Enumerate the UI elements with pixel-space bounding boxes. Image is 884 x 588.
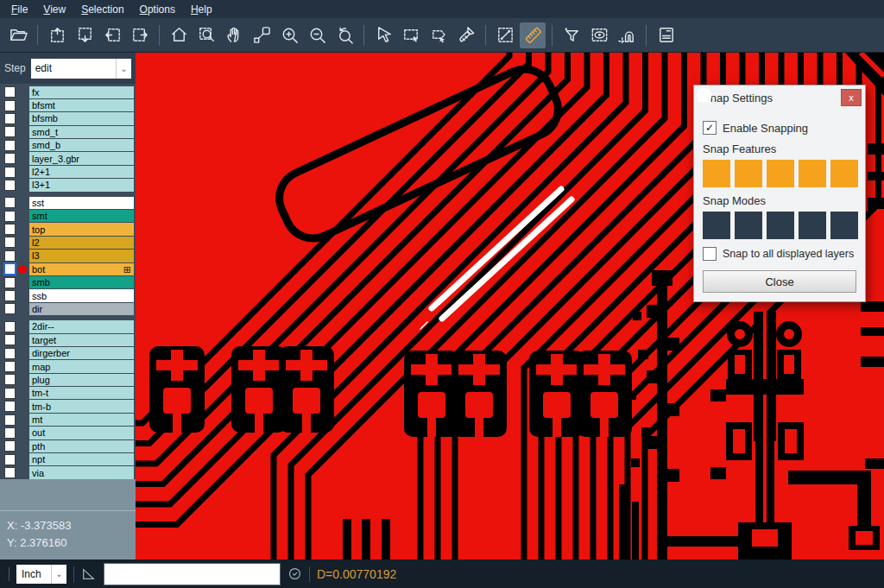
- layer-row-via[interactable]: via: [0, 466, 136, 479]
- layer-label[interactable]: l2: [29, 237, 134, 249]
- chevron-down-icon[interactable]: ⌄: [51, 565, 66, 584]
- layer-label[interactable]: smt: [29, 210, 134, 222]
- pan-up-button[interactable]: [44, 22, 70, 48]
- layer-checkbox[interactable]: [4, 250, 16, 262]
- open-file-button[interactable]: [5, 22, 31, 48]
- menu-help[interactable]: Help: [183, 2, 220, 17]
- all-layers-row[interactable]: Snap to all displayed layers: [703, 247, 856, 261]
- layer-label[interactable]: smb: [29, 276, 134, 288]
- layer-row-out[interactable]: out: [0, 427, 136, 439]
- layer-row-bot[interactable]: bot⊞: [0, 262, 136, 275]
- snap-dialog-titlebar[interactable]: Snap Settings x: [694, 85, 865, 110]
- select-pointer-button[interactable]: [370, 22, 396, 48]
- layer-checkbox[interactable]: [4, 153, 16, 164]
- layer-checkbox[interactable]: [4, 388, 16, 399]
- layer-label[interactable]: top: [29, 223, 134, 235]
- layer-label[interactable]: mt: [29, 414, 134, 426]
- layer-label[interactable]: plug: [29, 374, 134, 386]
- layer-label[interactable]: l3: [29, 250, 134, 262]
- zoom-area-button[interactable]: [249, 22, 275, 48]
- layer-checkbox[interactable]: [4, 86, 16, 98]
- properties-panel-button[interactable]: [653, 22, 679, 48]
- layer-checkbox[interactable]: [4, 277, 16, 288]
- layer-label[interactable]: layer_3.gbr: [29, 152, 134, 164]
- layer-label[interactable]: ssb: [29, 289, 134, 301]
- snap-slot-filled-button[interactable]: [767, 212, 794, 239]
- grid-icon[interactable]: ⊞: [123, 265, 131, 274]
- layer-row-npt[interactable]: npt: [0, 453, 136, 466]
- layer-row-plug[interactable]: plug: [0, 373, 136, 386]
- layer-row-pth[interactable]: pth: [0, 439, 136, 452]
- layer-row-bfsmt[interactable]: bfsmt: [0, 98, 136, 111]
- measure-points-button[interactable]: [492, 22, 518, 48]
- zoom-home-button[interactable]: [166, 22, 192, 48]
- step-combobox[interactable]: edit ⌄: [31, 59, 131, 79]
- layer-checkbox[interactable]: [4, 140, 16, 151]
- layer-label[interactable]: map: [29, 360, 134, 372]
- layer-row-target[interactable]: target: [0, 333, 136, 346]
- layer-checkbox[interactable]: [4, 348, 16, 359]
- layer-row-ssb[interactable]: ssb: [0, 289, 136, 302]
- layer-label[interactable]: bfsmt: [29, 99, 134, 111]
- layer-row-layer_3.gbr[interactable]: layer_3.gbr: [0, 152, 136, 165]
- pcb-canvas-area[interactable]: Snap Settings x ✓ Enable Snapping Snap F…: [136, 53, 884, 560]
- layer-label[interactable]: fx: [29, 86, 134, 98]
- layer-label[interactable]: via: [29, 466, 134, 478]
- layer-row-sst[interactable]: sst: [0, 196, 136, 209]
- menu-file[interactable]: File: [3, 2, 35, 17]
- layer-checkbox[interactable]: [4, 334, 16, 345]
- snap-corner-button[interactable]: [830, 212, 858, 239]
- layer-checkbox[interactable]: [4, 414, 16, 426]
- select-rectangle-button[interactable]: [398, 22, 424, 48]
- layer-label[interactable]: 2dir--: [29, 320, 134, 332]
- measure-ruler-button[interactable]: [520, 22, 546, 48]
- layer-checkbox[interactable]: [4, 303, 16, 314]
- snap-surface-button[interactable]: [767, 160, 794, 187]
- zoom-window-button[interactable]: [193, 22, 219, 48]
- layer-label[interactable]: bot⊞: [29, 263, 134, 275]
- layer-checkbox[interactable]: [4, 224, 16, 235]
- pan-hand-button[interactable]: [221, 22, 247, 48]
- layer-checkbox[interactable]: [4, 211, 16, 222]
- layer-checkbox[interactable]: [4, 197, 16, 208]
- snap-slot-outline-button[interactable]: [799, 212, 826, 239]
- menu-selection[interactable]: Selection: [73, 2, 131, 17]
- layer-checkbox[interactable]: [4, 126, 16, 137]
- layer-row-smb[interactable]: smb: [0, 275, 136, 288]
- zoom-in-button[interactable]: [276, 22, 302, 48]
- layer-label[interactable]: out: [29, 427, 134, 439]
- pan-left-button[interactable]: [99, 22, 125, 48]
- layer-row-smd_b[interactable]: smd_b: [0, 139, 136, 152]
- layer-row-tm-t[interactable]: tm-t: [0, 387, 136, 400]
- pan-down-button[interactable]: [72, 22, 98, 48]
- zoom-previous-button[interactable]: [332, 22, 357, 48]
- layer-row-smt[interactable]: smt: [0, 210, 136, 223]
- layer-checkbox[interactable]: [4, 180, 16, 191]
- snap-circle-button[interactable]: [735, 160, 762, 187]
- enable-snapping-checkbox[interactable]: ✓: [703, 121, 717, 135]
- layer-checkbox[interactable]: [4, 361, 16, 372]
- chevron-down-icon[interactable]: ⌄: [116, 59, 131, 79]
- snap-center-button[interactable]: [703, 212, 730, 239]
- layer-label[interactable]: pth: [29, 440, 134, 452]
- layer-checkbox[interactable]: [4, 454, 16, 465]
- unit-combobox[interactable]: Inch ⌄: [16, 565, 66, 584]
- close-button[interactable]: Close: [703, 270, 856, 293]
- snap-line-button[interactable]: [703, 160, 730, 187]
- view-area-button[interactable]: [586, 22, 612, 48]
- layer-row-fx[interactable]: fx: [0, 85, 136, 98]
- clean-brush-button[interactable]: [453, 22, 479, 48]
- layer-label[interactable]: target: [29, 334, 134, 346]
- layer-checkbox[interactable]: [4, 374, 16, 385]
- layer-label[interactable]: l2+1: [29, 166, 134, 178]
- close-icon[interactable]: x: [841, 89, 862, 106]
- layer-checkbox[interactable]: [4, 167, 16, 178]
- layer-label[interactable]: tm-b: [29, 400, 134, 412]
- layer-checkbox[interactable]: [4, 113, 16, 124]
- layer-checkbox[interactable]: [4, 321, 16, 332]
- layer-row-top[interactable]: top: [0, 223, 136, 236]
- layer-row-mt[interactable]: mt: [0, 413, 136, 426]
- refresh-circle-icon[interactable]: [287, 566, 302, 581]
- snap-arc-button[interactable]: [799, 160, 826, 187]
- layer-label[interactable]: l3+1: [29, 179, 134, 191]
